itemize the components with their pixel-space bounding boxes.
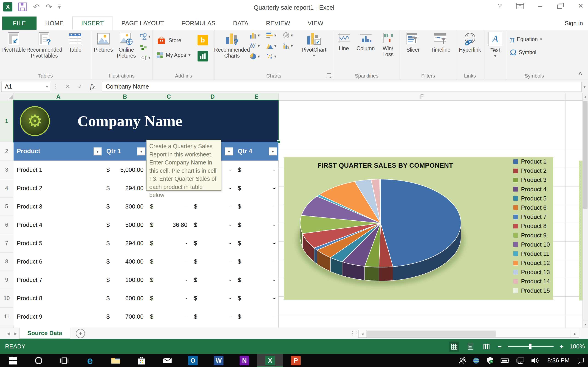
vertical-scrollbar-thumb[interactable]: [583, 101, 588, 209]
filter-dropdown-button[interactable]: ▼: [137, 147, 145, 156]
taskbar-edge-icon[interactable]: e: [77, 354, 103, 367]
taskbar-file-explorer-icon[interactable]: [103, 354, 129, 367]
page-layout-view-button[interactable]: [465, 342, 476, 352]
row-header-5[interactable]: 5: [0, 197, 13, 216]
table-row-product-5[interactable]: Product 5$294.00$-$-$-: [14, 234, 278, 252]
select-all-corner[interactable]: [0, 93, 14, 100]
sheet-tab-source-data[interactable]: Source Data: [19, 327, 70, 340]
smartart-button[interactable]: [140, 44, 147, 50]
tray-network-globe-icon[interactable]: [473, 357, 480, 364]
qtr4-value-cell[interactable]: -: [234, 271, 275, 289]
formula-bar-expand-icon[interactable]: ▾: [583, 84, 586, 90]
product-name-cell[interactable]: Product 4: [17, 216, 42, 234]
people-graph-addin-button[interactable]: [198, 51, 208, 61]
column-header-E[interactable]: E: [234, 93, 279, 100]
qtr1-value-cell[interactable]: 500.00: [103, 216, 144, 234]
previous-sheet-button[interactable]: ◂: [7, 330, 10, 337]
name-box-dropdown-icon[interactable]: ▾: [46, 84, 48, 89]
qtr1-value-cell[interactable]: 100.00: [103, 271, 144, 289]
cancel-button[interactable]: ✕: [65, 83, 70, 90]
table-row-product-9[interactable]: Product 9$700.00$-$-$-: [14, 307, 278, 326]
tray-battery-icon[interactable]: [501, 358, 510, 363]
pie-chart-object[interactable]: FIRST QUARTER SALES BY COMPONENT Product…: [284, 157, 553, 300]
table-row-product-8[interactable]: Product 8$600.00$-$-$-: [14, 289, 278, 307]
taskbar-cortana-icon[interactable]: [26, 354, 52, 367]
header-cell-qtr-1[interactable]: Qtr 1▼: [103, 142, 147, 161]
zoom-slider[interactable]: [508, 346, 553, 347]
taskbar-start-icon[interactable]: [0, 354, 26, 367]
qtr4-value-cell[interactable]: -: [234, 197, 275, 216]
taskbar-powerpoint-icon[interactable]: P: [283, 354, 309, 367]
taskbar-task-view-icon[interactable]: [52, 354, 77, 367]
row-header-10[interactable]: 10: [0, 289, 13, 308]
legend-item-product-1[interactable]: Product 1: [513, 159, 550, 164]
filter-dropdown-button[interactable]: ▼: [225, 147, 233, 156]
pictures-button[interactable]: Pictures: [92, 32, 114, 53]
ribbon-display-options-button[interactable]: [515, 2, 525, 9]
taskbar-outlook-icon[interactable]: O: [180, 354, 206, 367]
product-name-cell[interactable]: Product 2: [17, 179, 42, 197]
legend-item-product-14[interactable]: Product 14: [513, 279, 550, 284]
page-break-preview-button[interactable]: [481, 342, 492, 352]
row-header-9[interactable]: 9: [0, 271, 13, 289]
horizontal-scrollbar[interactable]: ◂ ▸: [358, 330, 579, 338]
tray-people-icon[interactable]: [459, 357, 466, 364]
next-sheet-button[interactable]: ▸: [14, 330, 17, 337]
qtr3-value-cell[interactable]: -: [191, 307, 231, 326]
timeline-button[interactable]: Timeline: [427, 32, 454, 53]
qtr1-value-cell[interactable]: 294.00: [103, 234, 144, 252]
collapse-ribbon-button[interactable]: ^: [579, 71, 582, 78]
charts-dialog-launcher[interactable]: [327, 73, 331, 77]
row-header-8[interactable]: 8: [0, 252, 13, 271]
qtr2-value-cell[interactable]: -: [147, 252, 187, 271]
taskbar-clock[interactable]: 8:36 PM: [547, 357, 570, 364]
qtr1-value-cell[interactable]: 5,000.00: [103, 161, 144, 179]
qtr3-value-cell[interactable]: -: [191, 197, 231, 216]
qtr4-value-cell[interactable]: -: [234, 161, 275, 179]
legend-item-product-4[interactable]: Product 4: [513, 187, 550, 192]
insert-scatter-chart-button[interactable]: ▾: [266, 53, 276, 60]
screenshot-button[interactable]: ▾: [140, 55, 150, 60]
scroll-right-button[interactable]: ▸: [571, 330, 579, 337]
recommended-pivottables-button[interactable]: ? Recommended PivotTables: [27, 32, 61, 59]
column-header-partial[interactable]: [565, 93, 583, 100]
legend-item-product-12[interactable]: Product 12: [513, 260, 550, 266]
product-name-cell[interactable]: Product 6: [17, 252, 42, 271]
row-header-3[interactable]: 3: [0, 161, 13, 179]
filter-dropdown-button[interactable]: ▼: [269, 147, 277, 156]
row-header-2[interactable]: 2: [0, 142, 13, 161]
scroll-left-button[interactable]: ◂: [359, 330, 367, 337]
pivottable-button[interactable]: PivotTable: [1, 32, 26, 53]
legend-item-product-5[interactable]: Product 5: [513, 196, 550, 201]
qtr4-value-cell[interactable]: -: [234, 252, 275, 271]
qtr4-value-cell[interactable]: -: [234, 216, 275, 234]
header-cell-product[interactable]: Product▼: [14, 142, 103, 161]
enter-button[interactable]: ✓: [78, 83, 83, 90]
store-button[interactable]: Store: [157, 36, 181, 45]
zoom-slider-thumb[interactable]: [529, 344, 531, 349]
tab-review[interactable]: REVIEW: [257, 17, 299, 30]
qtr2-value-cell[interactable]: -: [147, 289, 187, 307]
tab-page-layout[interactable]: PAGE LAYOUT: [113, 17, 173, 30]
qtr3-value-cell[interactable]: -: [191, 289, 231, 307]
new-sheet-button[interactable]: +: [76, 329, 85, 338]
qtr4-value-cell[interactable]: -: [234, 307, 275, 326]
product-name-cell[interactable]: Product 5: [17, 234, 42, 252]
legend-item-product-11[interactable]: Product 11: [513, 251, 550, 257]
qtr3-value-cell[interactable]: -: [191, 271, 231, 289]
insert-area-chart-button[interactable]: ▾: [266, 42, 276, 50]
column-header-F[interactable]: F: [278, 93, 566, 100]
action-center-icon[interactable]: [578, 357, 584, 364]
table-button[interactable]: Table: [62, 32, 88, 53]
restore-down-button[interactable]: [555, 2, 565, 9]
company-banner-cell[interactable]: ⚙ Company Name: [14, 100, 278, 142]
zoom-in-button[interactable]: +: [560, 343, 564, 350]
zoom-level[interactable]: 100%: [570, 343, 585, 350]
product-name-cell[interactable]: Product 9: [17, 307, 42, 326]
taskbar-word-icon[interactable]: W: [206, 354, 232, 367]
name-box[interactable]: A1 ▾: [1, 82, 50, 92]
qtr1-value-cell[interactable]: 294.00: [103, 179, 144, 197]
table-row-product-3[interactable]: Product 3$300.00$-$-$-: [14, 197, 278, 216]
bing-maps-addin-button[interactable]: b: [198, 35, 208, 45]
insert-function-button[interactable]: fx: [90, 83, 95, 91]
